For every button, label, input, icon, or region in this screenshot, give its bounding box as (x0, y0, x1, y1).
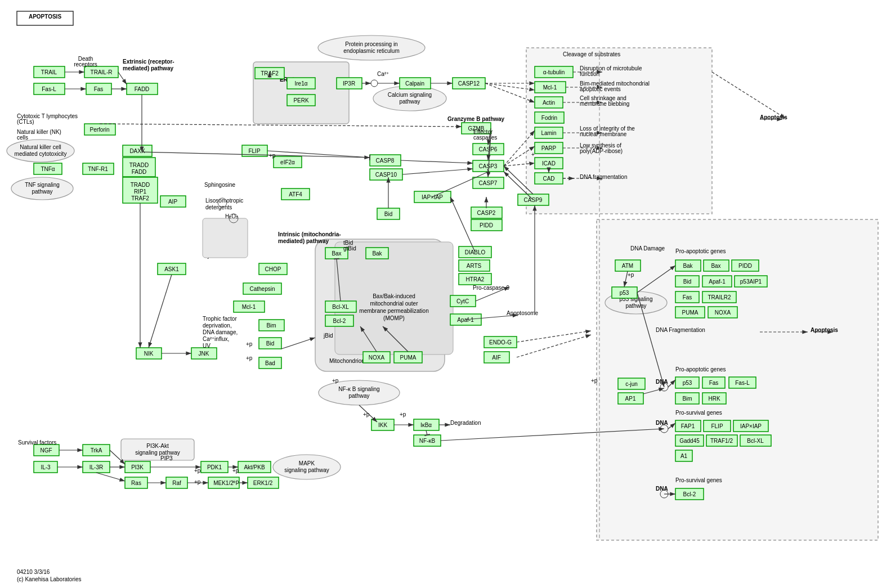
TrkA-label: TrkA (91, 447, 102, 454)
A1-label: A1 (680, 453, 688, 459)
pro-apo-genes1-label: Pro-apoptotic genes (675, 248, 726, 254)
Bax-pro-label: Bax (711, 263, 720, 269)
Apaf1-pro-label: Apaf-1 (709, 279, 726, 285)
jbid-label: jBid (323, 333, 333, 339)
pro-surv-genes2-label: Pro-survival genes (675, 477, 722, 483)
CASP9-label: CASP9 (524, 197, 543, 203)
dna-frag2-label: DNA Fragmentation (656, 327, 705, 333)
AP1-label: AP1 (625, 396, 636, 402)
DAXX-label: DAXX (129, 148, 145, 154)
CytC-label: CytC (456, 298, 469, 304)
TNFR1-label: TNF-R1 (88, 166, 108, 172)
AktPKB-label: Akt/PKB (244, 464, 265, 470)
RIP1-label: RIP1 (134, 188, 147, 195)
AIP-label: AIP (168, 199, 177, 205)
JNK-label: JNK (199, 351, 209, 357)
HTRA2-label: HTRA2 (466, 276, 485, 282)
HRK-label: HRK (708, 396, 720, 402)
BclXL-surv-label: Bcl-XL (747, 438, 764, 444)
ctls-label2: (CTLs) (17, 119, 34, 125)
mapk-label2: signaling pathway (284, 467, 329, 473)
dna-frag-label: DNA fragmentation (580, 174, 628, 180)
pi3k-akt-label2: signaling pathway (135, 450, 180, 456)
momp-label1: Bax/Bak-induced (373, 293, 415, 299)
plusp11: +p (332, 378, 339, 384)
TRAF2-label: TRAF2 (131, 195, 149, 201)
loss-integrity-label2: nuclear membrane (580, 131, 627, 137)
extrinsic-label2: mediated) pathway (123, 65, 173, 71)
CAD-label: CAD (543, 176, 554, 182)
FLIP-surv-label: FLIP (711, 423, 723, 429)
title-text: APOPTOSIS (29, 14, 61, 20)
Fas-pro-label: Fas (683, 294, 692, 300)
CASP8-label: CASP8 (376, 158, 395, 164)
Ire1a-label: Ire1α (294, 80, 307, 87)
trophic-label3: DNA damage, (203, 329, 238, 335)
ATM-label: ATM (622, 263, 633, 269)
footer-copyright: (c) Kanehisa Laboratories (17, 576, 82, 582)
IkBa-label: IκBα (420, 422, 432, 428)
extrinsic-label: Extrinsic (receptor- (123, 59, 174, 65)
plusp8: +p (232, 479, 239, 485)
nk-cells-label2: cells (17, 134, 28, 141)
nk-label2: mediated cytotoxicity (15, 151, 67, 157)
dna-damage-label: DNA Damage (630, 245, 665, 252)
NIK-label: NIK (144, 351, 154, 357)
Raf-label: Raf (172, 480, 181, 486)
TRADD-FADD-label2: FADD (132, 169, 147, 175)
ca2-label: Ca²⁺ (377, 71, 389, 77)
CASP6-label: CASP6 (479, 146, 498, 152)
CHOP-label: CHOP (265, 266, 281, 272)
protein-proc-label2: endoplasmic reticulum (343, 48, 400, 54)
Bim-label: Bim (266, 322, 276, 329)
plusp1: +p (269, 152, 276, 159)
TRAILR2-label: TRAILR2 (708, 294, 731, 300)
p53sig-label2: pathway (625, 303, 646, 309)
plusp12: +p (591, 378, 598, 384)
Calpain-label: Calpain (405, 80, 424, 87)
Actin-label: Actin (543, 100, 555, 106)
PIDD-label: PIDD (480, 222, 493, 228)
intrinsic-label: Intrinsic (mitochondria- (278, 231, 341, 237)
IP3R-label: IP3R (343, 80, 355, 87)
PI3K-label: PI3K (131, 464, 144, 470)
TNFa-label: TNFα (41, 166, 55, 172)
plus-icad: + (531, 151, 535, 158)
Fodrin-label: Fodrin (541, 115, 557, 121)
Fas-surv-label: Fas (709, 380, 719, 386)
FAP1-label: FAP1 (681, 423, 695, 429)
FasL-label: Fas-L (42, 86, 56, 92)
sphingosine-label: Sphingosine (204, 182, 235, 188)
MEK12-label: MEK1/2 (213, 480, 234, 486)
plusp10: +p (400, 411, 406, 418)
ASK1-label: ASK1 (164, 266, 179, 272)
CASP3-label: CASP3 (479, 163, 498, 169)
effector-label2: caspases (473, 134, 497, 141)
intrinsic-label2: mediated) pathway (278, 238, 329, 244)
BclXL-label: Bcl-XL (332, 304, 349, 310)
FasL-surv-label: Fas-L (735, 380, 750, 386)
momp-label4: (MOMP) (383, 315, 405, 321)
diagram-container: APOPTOSIS Cleavage of substrates ER ER s… (0, 0, 891, 588)
Cathepsin-label: Cathepsin (249, 286, 275, 292)
ICAD-label: ICAD (542, 160, 556, 167)
nfkb-label1: NF-κ B signaling (338, 386, 379, 392)
TRAF12-label: TRAF1/2 (710, 438, 733, 444)
pi3k-akt-label1: PI3K-Akt (146, 443, 169, 449)
surv-factors-label: Survival factors (18, 439, 56, 446)
plusp4: +p (246, 341, 253, 347)
ARTS-label: ARTS (467, 263, 482, 269)
footer-date: 04210 3/3/16 (17, 569, 50, 575)
PARP-label: PARP (541, 145, 557, 151)
TRADD-FADD-label: TRADD (129, 162, 149, 168)
CASP2-label: CASP2 (477, 210, 496, 216)
calcium-label2: pathway (399, 98, 420, 105)
mapk-label1: MAPK (299, 460, 315, 466)
DIABLO-label: DIABLO (465, 249, 486, 255)
AIF-label: AIF (492, 354, 501, 361)
NOXA-pro-label: NOXA (715, 309, 731, 316)
trophic-label4: Ca²⁺influx, (203, 336, 229, 342)
p53-surv-label: p53 (683, 380, 692, 386)
TRADD-RIP1-label: TRADD (131, 182, 150, 188)
NOXA-label: NOXA (369, 354, 385, 361)
